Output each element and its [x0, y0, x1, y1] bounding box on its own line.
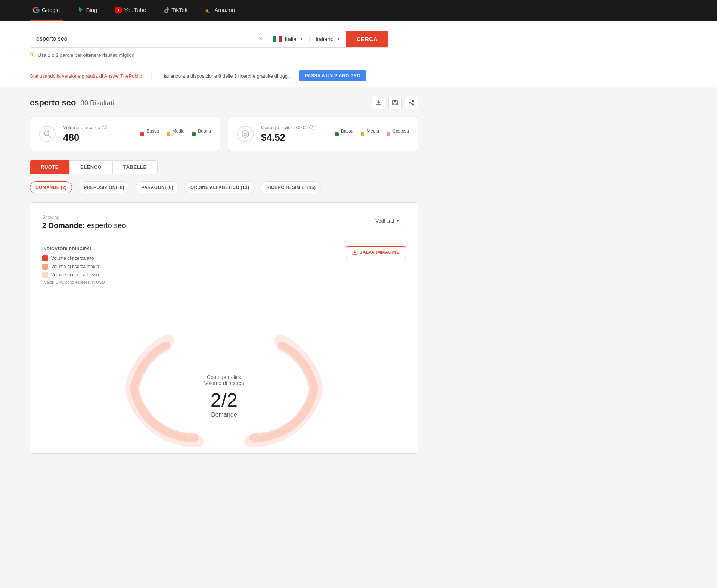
vedi-tutti-button[interactable]: Vedi tutti ▼	[370, 215, 406, 227]
bing-icon	[78, 7, 84, 13]
nav-label-bing: Bing	[86, 7, 97, 13]
legend-bassa-volume: Bassa -	[140, 128, 159, 140]
section-header: Showing 2 Domande: esperto seo Vedi tutt…	[42, 215, 406, 239]
filter-tabs: DOMANDE (2) PREPOSIZIONI (0) PARAGONI (0…	[30, 181, 418, 193]
legend-value-buona: -	[198, 134, 211, 140]
filter-ordine[interactable]: ORDINE ALFABETICO (13)	[185, 181, 255, 193]
svg-rect-10	[394, 103, 397, 105]
svg-line-14	[411, 101, 412, 102]
country-chevron-icon: ▼	[299, 37, 303, 41]
search-country-selector[interactable]: Italia ▼	[267, 36, 309, 42]
youtube-icon	[115, 7, 122, 13]
tiktok-icon	[164, 7, 169, 13]
legend-label-costosa-cpc: Costosa	[392, 128, 409, 134]
cpc-label: Costo per click (CPC) ?	[261, 125, 328, 130]
volume-info-icon[interactable]: ?	[102, 125, 107, 130]
save-icon	[392, 100, 398, 106]
svg-point-12	[412, 104, 414, 105]
svg-marker-0	[79, 7, 83, 12]
legend-value-costosa-cpc: -	[392, 134, 409, 140]
search-input[interactable]	[30, 30, 254, 47]
svg-line-15	[411, 103, 412, 104]
top-nav: Google Bing YouTube TikTok a Amazon	[0, 0, 717, 21]
filter-domande[interactable]: DOMANDE (2)	[30, 181, 72, 193]
legend-label-bassa-cpc: Bassa	[341, 128, 353, 134]
legend-label-media: Media	[173, 128, 185, 134]
cpc-value: $4.52	[261, 132, 328, 143]
svg-point-13	[409, 102, 411, 103]
indicator-med-color	[42, 264, 48, 270]
filter-paragoni[interactable]: PARAGONI (0)	[136, 181, 179, 193]
filter-preposizioni[interactable]: PREPOSIZIONI (0)	[78, 181, 130, 193]
nav-item-tiktok[interactable]: TikTok	[161, 0, 190, 21]
tab-elenco[interactable]: ELENCO	[69, 160, 112, 174]
hint-text: Usa 1 o 2 parole per ottenere risultati …	[38, 52, 134, 58]
legend-dot-bassa-cpc	[335, 132, 339, 136]
legend-value-media-cpc: -	[367, 134, 379, 140]
svg-text:$: $	[244, 131, 247, 137]
legend-dot-buona	[192, 132, 196, 136]
legend-bassa-cpc: Bassa -	[335, 128, 353, 140]
nav-item-youtube[interactable]: YouTube	[112, 0, 149, 21]
amazon-icon: a	[205, 7, 212, 13]
legend-media-cpc: Media -	[361, 128, 379, 140]
indicator-high-label: Volume di ricerca alto	[51, 256, 94, 261]
banner-cta-button[interactable]: PASSA A UN PIANO PRO	[299, 70, 366, 81]
save-button[interactable]	[388, 96, 402, 109]
legend-dot-costosa-cpc	[387, 132, 390, 136]
svg-rect-5	[273, 36, 276, 42]
legend-dot-media-cpc	[361, 132, 364, 136]
legend-value-media: -	[173, 134, 185, 140]
results-query: esperto seo	[30, 98, 76, 107]
legend-dot-media	[167, 132, 170, 136]
banner-free-text: Stai usando la versione gratuita di Answ…	[30, 73, 142, 79]
magnifier-icon	[43, 130, 52, 138]
banner-total: 3	[234, 73, 237, 79]
cpc-info-icon[interactable]: ?	[309, 125, 314, 130]
svg-rect-6	[276, 36, 279, 42]
vedi-tutti-label: Vedi tutti	[375, 218, 394, 224]
country-label: Italia	[285, 36, 297, 42]
wheel-count: 2/2	[211, 389, 238, 411]
google-icon	[33, 7, 40, 13]
indicators-section: INDICATORI PRINCIPALI Volume di ricerca …	[42, 246, 105, 284]
download-button[interactable]	[372, 96, 385, 109]
volume-label: Volume di ricerca ?	[63, 125, 133, 130]
banner-info: Hai ancora a disposizione 0 delle 3 rice…	[162, 73, 290, 79]
search-hint: ⓘ Usa 1 o 2 parole per ottenere risultat…	[30, 52, 687, 59]
view-tabs: RUOTE ELENCO TABELLE	[30, 160, 418, 174]
legend-costosa-cpc: Costosa -	[387, 128, 409, 140]
search-button[interactable]: CERCA	[346, 31, 388, 47]
wheel-area: Costo per click Volume di ricerca 2/2 Do…	[42, 299, 406, 441]
svg-point-11	[412, 100, 414, 102]
nav-item-google[interactable]: Google	[30, 0, 63, 21]
legend-label-media-cpc: Media	[367, 128, 379, 134]
cpc-content: Costo per click (CPC) ? $4.52	[261, 125, 328, 143]
tab-tabelle[interactable]: TABELLE	[112, 160, 157, 174]
dollar-icon: $	[241, 130, 249, 138]
wheel-category: Domande	[211, 411, 238, 418]
vedi-tutti-chevron-icon: ▼	[395, 218, 400, 224]
nav-label-google: Google	[42, 7, 60, 13]
indicator-low-label: Volume di ricerca basso	[51, 272, 99, 277]
save-image-icon	[352, 250, 357, 255]
language-chevron-icon: ▼	[336, 37, 340, 41]
search-language-selector[interactable]: Italiano ▼	[309, 36, 346, 42]
svg-point-16	[44, 131, 49, 136]
search-clear-button[interactable]: ×	[254, 35, 267, 43]
banner: Stai usando la versione gratuita di Answ…	[0, 65, 717, 87]
section-title-count: 2 Domande:	[42, 221, 85, 230]
indicator-high-color	[42, 255, 48, 261]
tab-ruote[interactable]: RUOTE	[30, 160, 69, 174]
indicator-low: Volume di ricerca basso	[42, 272, 105, 278]
header-actions	[372, 96, 418, 109]
wheel-label-volume: Volume di ricerca	[204, 380, 244, 386]
share-button[interactable]	[405, 96, 418, 109]
indicators-title: INDICATORI PRINCIPALI	[42, 246, 105, 251]
nav-item-amazon[interactable]: a Amazon	[202, 0, 238, 21]
nav-item-bing[interactable]: Bing	[75, 0, 100, 21]
filter-ricerche[interactable]: RICERCHE SIMILI (15)	[261, 181, 321, 193]
save-image-button[interactable]: SALVA IMMAGINE	[346, 246, 406, 258]
cpc-icon: $	[237, 126, 254, 142]
section-card: Showing 2 Domande: esperto seo Vedi tutt…	[30, 202, 418, 454]
